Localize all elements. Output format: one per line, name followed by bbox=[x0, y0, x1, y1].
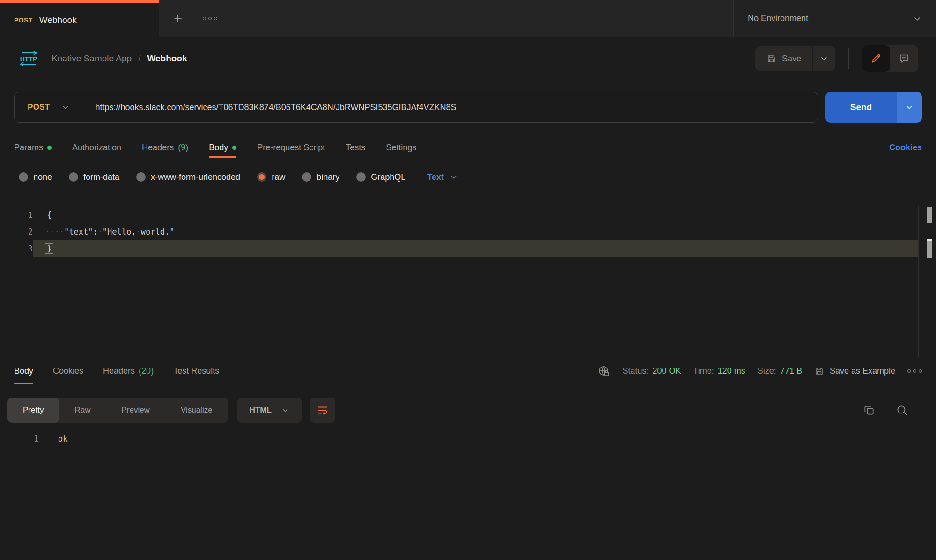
request-section-tabs: Params Authorization Headers (9) Body Pr… bbox=[14, 137, 922, 158]
line-number: 3 bbox=[0, 240, 33, 257]
size-label: Size: bbox=[758, 366, 776, 376]
http-protocol-icon: HTTP bbox=[18, 50, 39, 67]
breadcrumb-separator: / bbox=[138, 53, 140, 64]
language-label: HTML bbox=[250, 405, 272, 415]
chevron-down-icon[interactable] bbox=[61, 103, 70, 111]
status-badge: Status: 200 OK bbox=[622, 366, 681, 376]
add-tab-button[interactable] bbox=[172, 13, 184, 25]
status-value: 200 OK bbox=[652, 366, 681, 376]
tab-pre-request-script[interactable]: Pre-request Script bbox=[257, 137, 325, 158]
edit-documentation-button[interactable] bbox=[862, 45, 890, 72]
response-toolbar: Pretty Raw Preview Visualize HTML bbox=[7, 398, 929, 423]
response-tab-test-results[interactable]: Test Results bbox=[173, 357, 219, 384]
word-wrap-icon bbox=[317, 404, 329, 416]
headers-count: (9) bbox=[178, 143, 188, 153]
editor-line[interactable]: 2····"text":·"Hello,·world." bbox=[0, 223, 936, 240]
line-code: ····"text":·"Hello,·world." bbox=[33, 223, 919, 240]
comments-button[interactable] bbox=[890, 45, 918, 72]
response-meta: Status: 200 OK Time: 120 ms Size: 771 B … bbox=[597, 357, 922, 384]
postman-window: POST Webhook No Environment HTTP bbox=[0, 0, 936, 560]
method-selector[interactable]: POST bbox=[15, 103, 61, 112]
view-raw[interactable]: Raw bbox=[59, 398, 106, 423]
line-number: 2 bbox=[0, 223, 33, 240]
environment-selector[interactable]: No Environment bbox=[733, 0, 936, 37]
tab-label: Headers bbox=[142, 143, 174, 153]
params-dot bbox=[47, 146, 52, 150]
radio-label: none bbox=[33, 172, 52, 182]
radio-icon bbox=[69, 172, 78, 182]
tab-label: Authorization bbox=[72, 143, 121, 153]
time-badge: Time: 120 ms bbox=[693, 366, 745, 376]
editor-line[interactable]: 3} bbox=[0, 240, 936, 257]
breadcrumb-row: HTTP Knative Sample App / Webhook Save bbox=[0, 37, 936, 80]
chevron-down-icon bbox=[819, 54, 829, 63]
cookies-link[interactable]: Cookies bbox=[889, 137, 922, 158]
wrap-lines-button[interactable] bbox=[310, 398, 335, 423]
tab-label: Cookies bbox=[53, 366, 83, 376]
body-mode-none[interactable]: none bbox=[19, 172, 52, 182]
tab-body[interactable]: Body bbox=[209, 137, 236, 158]
request-editor-lines: 1{2····"text":·"Hello,·world."3} bbox=[0, 206, 936, 257]
radio-icon bbox=[136, 172, 146, 182]
line-text: ok bbox=[38, 430, 67, 447]
body-mode-form-data[interactable]: form-data bbox=[69, 172, 119, 182]
network-globe-lock-icon[interactable] bbox=[597, 365, 610, 377]
view-preview[interactable]: Preview bbox=[106, 398, 165, 423]
save-options-button[interactable] bbox=[813, 46, 835, 71]
save-icon bbox=[766, 54, 776, 64]
save-as-example-button[interactable]: Save as Example bbox=[814, 366, 895, 376]
response-tools bbox=[863, 404, 908, 416]
body-mode-urlencoded[interactable]: x-www-form-urlencoded bbox=[136, 172, 240, 182]
response-line: 1 ok bbox=[0, 430, 936, 447]
save-icon bbox=[814, 366, 824, 376]
response-language-selector[interactable]: HTML bbox=[237, 398, 302, 423]
raw-format-selector[interactable]: Text bbox=[427, 172, 458, 182]
request-tab[interactable]: POST Webhook bbox=[0, 0, 159, 37]
request-body-editor[interactable]: 1{2····"text":·"Hello,·world."3} bbox=[0, 206, 936, 357]
body-mode-graphql[interactable]: GraphQL bbox=[356, 172, 405, 182]
response-tab-headers[interactable]: Headers (20) bbox=[103, 357, 154, 384]
tab-params[interactable]: Params bbox=[14, 137, 52, 158]
breadcrumb-collection[interactable]: Knative Sample App bbox=[52, 53, 132, 64]
ruler-mark bbox=[927, 239, 932, 258]
divider bbox=[82, 98, 82, 116]
status-label: Status: bbox=[622, 366, 649, 376]
size-badge: Size: 771 B bbox=[758, 366, 802, 376]
chevron-down-icon bbox=[913, 14, 922, 23]
comment-icon bbox=[899, 53, 910, 64]
send-options-button[interactable] bbox=[897, 92, 922, 123]
response-tab-body[interactable]: Body bbox=[14, 357, 33, 384]
tab-authorization[interactable]: Authorization bbox=[72, 137, 121, 158]
tab-settings[interactable]: Settings bbox=[386, 137, 416, 158]
save-button-label: Save bbox=[782, 54, 801, 64]
save-button[interactable]: Save bbox=[755, 46, 812, 71]
size-value: 771 B bbox=[780, 366, 802, 376]
tab-label: Headers bbox=[103, 366, 135, 376]
url-row: POST https://hooks.slack.com/services/T0… bbox=[14, 92, 922, 123]
response-tab-cookies[interactable]: Cookies bbox=[53, 357, 83, 384]
radio-label: GraphQL bbox=[371, 172, 405, 182]
editor-line[interactable]: 1{ bbox=[0, 206, 936, 223]
send-button[interactable]: Send bbox=[825, 92, 897, 123]
body-mode-raw[interactable]: raw bbox=[257, 172, 285, 182]
editor-overview-ruler[interactable] bbox=[918, 206, 936, 357]
search-icon[interactable] bbox=[896, 404, 908, 416]
response-body-viewer[interactable]: 1 ok bbox=[0, 430, 936, 447]
tab-label: Body bbox=[209, 143, 228, 153]
tab-headers[interactable]: Headers (9) bbox=[142, 137, 188, 158]
line-code: } bbox=[33, 240, 919, 257]
tab-label: Settings bbox=[386, 143, 416, 153]
response-options-icon[interactable] bbox=[907, 369, 922, 373]
url-input[interactable]: https://hooks.slack.com/services/T06TD83… bbox=[96, 103, 457, 112]
copy-icon[interactable] bbox=[863, 404, 875, 416]
view-visualize[interactable]: Visualize bbox=[165, 398, 228, 423]
tab-options-icon[interactable] bbox=[203, 17, 217, 20]
view-pretty[interactable]: Pretty bbox=[7, 398, 59, 423]
line-number: 1 bbox=[0, 430, 38, 447]
radio-label: x-www-form-urlencoded bbox=[151, 172, 240, 182]
tab-tests[interactable]: Tests bbox=[346, 137, 365, 158]
send-split-button: Send bbox=[825, 92, 922, 123]
radio-icon bbox=[19, 172, 28, 182]
breadcrumb-request-name[interactable]: Webhook bbox=[147, 53, 187, 64]
body-mode-binary[interactable]: binary bbox=[302, 172, 339, 182]
